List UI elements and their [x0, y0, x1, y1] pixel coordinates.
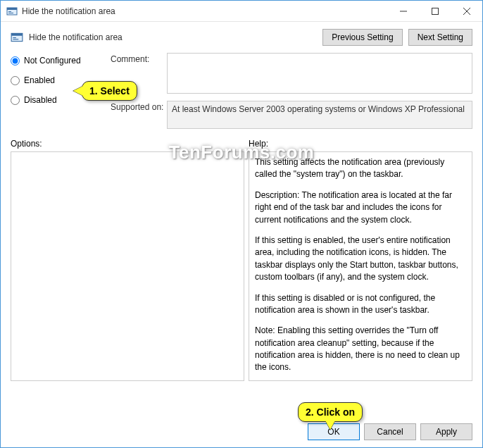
- annotation-step1: 1. Select: [82, 81, 137, 101]
- svg-rect-5: [432, 8, 438, 14]
- help-text: Note: Enabling this setting overrides th…: [255, 325, 466, 374]
- svg-rect-1: [7, 8, 17, 10]
- help-text: If this setting is disabled or is not co…: [255, 292, 466, 317]
- radio-enabled-input[interactable]: [11, 76, 20, 85]
- svg-rect-9: [11, 33, 23, 35]
- options-label: Options:: [11, 139, 249, 149]
- titlebar: Hide the notification area: [1, 1, 482, 22]
- comment-input[interactable]: [167, 53, 472, 94]
- svg-rect-2: [8, 11, 11, 12]
- header-row: Hide the notification area Previous Sett…: [11, 29, 472, 46]
- help-pane[interactable]: This setting affects the notification ar…: [249, 151, 472, 381]
- svg-rect-3: [8, 13, 13, 13]
- close-button[interactable]: [451, 1, 482, 21]
- window-controls: [387, 1, 482, 21]
- radio-disabled-label: Disabled: [24, 95, 57, 105]
- svg-rect-10: [13, 37, 16, 38]
- setting-icon: [11, 31, 23, 44]
- supported-on-value: At least Windows Server 2003 operating s…: [167, 101, 472, 129]
- minimize-button[interactable]: [387, 1, 419, 21]
- help-text: Description: The notification area is lo…: [255, 189, 466, 226]
- maximize-button[interactable]: [419, 1, 451, 21]
- radio-disabled-input[interactable]: [11, 96, 20, 105]
- previous-setting-button[interactable]: Previous Setting: [322, 29, 402, 46]
- help-text: If this setting is enabled, the user's e…: [255, 235, 466, 284]
- annotation-step2: 2. Click on: [298, 402, 363, 422]
- radio-enabled-label: Enabled: [24, 75, 55, 85]
- help-label: Help:: [249, 139, 268, 149]
- policy-icon: [6, 6, 18, 17]
- svg-rect-11: [13, 39, 18, 39]
- apply-button[interactable]: Apply: [420, 423, 472, 440]
- supported-on-label: Supported on:: [111, 101, 167, 129]
- options-pane[interactable]: [11, 151, 244, 381]
- radio-not-configured[interactable]: Not Configured: [11, 56, 102, 66]
- setting-title: Hide the notification area: [29, 32, 322, 42]
- help-text: This setting affects the notification ar…: [255, 156, 466, 181]
- window-title: Hide the notification area: [22, 6, 387, 16]
- cancel-button[interactable]: Cancel: [364, 423, 416, 440]
- next-setting-button[interactable]: Next Setting: [408, 29, 472, 46]
- radio-not-configured-label: Not Configured: [24, 56, 81, 66]
- radio-not-configured-input[interactable]: [11, 56, 20, 66]
